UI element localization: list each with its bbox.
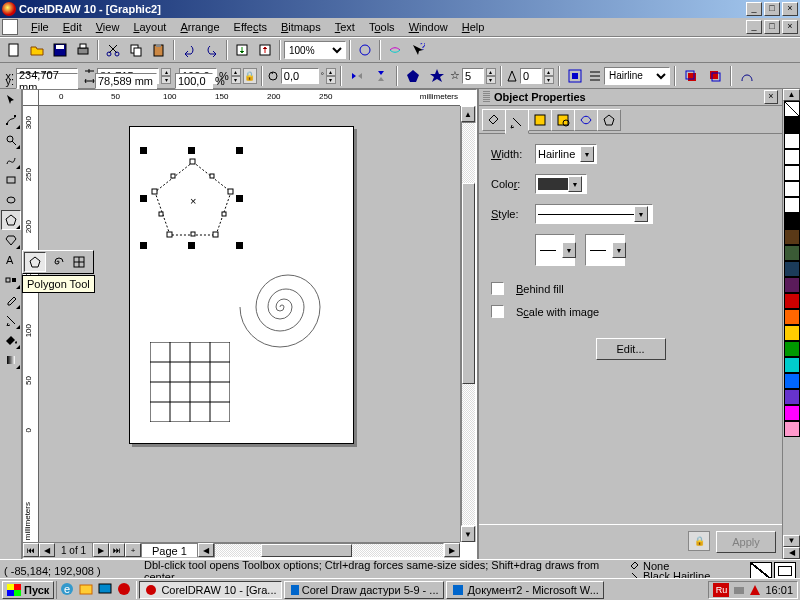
swatch[interactable] [784,405,800,421]
h-field[interactable]: 78,589 mm [95,73,157,89]
behind-fill-checkbox[interactable] [491,282,504,295]
swatch[interactable] [784,293,800,309]
swatch[interactable] [784,165,800,181]
palette-expand-button[interactable]: ◀ [783,547,800,559]
task-button[interactable]: Документ2 - Microsoft W... [446,581,604,599]
task-button[interactable]: CorelDRAW 10 - [Gra... [139,581,281,599]
swatch[interactable] [784,341,800,357]
flyout-polygon-button[interactable] [24,252,46,272]
flyout-spiral-button[interactable] [46,252,68,272]
tab-fill[interactable] [482,109,506,131]
tab-polygon[interactable] [597,109,621,131]
print-button[interactable] [72,39,94,61]
zoom-tool[interactable] [1,130,21,150]
menu-file[interactable]: File [24,19,56,35]
pick-tool[interactable] [1,90,21,110]
to-back-button[interactable] [704,65,726,87]
menu-effects[interactable]: Effects [227,19,274,35]
freehand-tool[interactable] [1,150,21,170]
import-button[interactable] [231,39,253,61]
undo-button[interactable] [178,39,200,61]
lock-aspect-button[interactable]: 🔒 [243,68,257,84]
first-page-button[interactable]: ⏮ [23,543,39,557]
save-button[interactable] [49,39,71,61]
lang-indicator[interactable]: Ru [713,583,729,597]
add-page-button[interactable]: + [125,543,141,557]
edit-button[interactable]: Edit... [596,338,666,360]
panel-grip[interactable] [483,91,490,103]
swatch[interactable] [784,197,800,213]
pentagon-shape[interactable]: × [148,157,238,242]
menu-view[interactable]: View [89,19,127,35]
new-button[interactable] [3,39,25,61]
to-front-button[interactable] [680,65,702,87]
canvas[interactable]: × [39,106,460,542]
selection-handle[interactable] [188,147,195,154]
swatch[interactable] [784,213,800,229]
menu-layout[interactable]: Layout [126,19,173,35]
points-field[interactable]: 5 [462,68,484,84]
menu-tools[interactable]: Tools [362,19,402,35]
tab-internet[interactable] [574,109,598,131]
swatch[interactable] [784,261,800,277]
close-button[interactable]: × [782,2,798,16]
basic-shapes-tool[interactable] [1,230,21,250]
interactive-blend-tool[interactable] [1,270,21,290]
prev-page-button[interactable]: ◀ [39,543,55,557]
apply-button[interactable]: Apply [716,531,776,553]
status-fill-swatch[interactable] [750,562,772,580]
menu-arrange[interactable]: Arrange [173,19,226,35]
swatch[interactable] [784,149,800,165]
status-outline-swatch[interactable] [774,562,796,580]
export-button[interactable] [254,39,276,61]
rectangle-tool[interactable] [1,170,21,190]
scale-with-image-checkbox[interactable] [491,305,504,318]
sharp-spinner[interactable]: ▴▾ [544,68,554,84]
ql-desktop-icon[interactable] [97,581,115,599]
corel-online-button[interactable] [384,39,406,61]
menu-window[interactable]: Window [402,19,455,35]
style-select[interactable]: ▼ [535,204,653,224]
copy-button[interactable] [125,39,147,61]
shape-tool[interactable] [1,110,21,130]
start-arrow-select[interactable]: ▼ [535,234,575,266]
selection-handle[interactable] [236,147,243,154]
palette-down-button[interactable]: ▼ [783,535,800,547]
swatch[interactable] [784,373,800,389]
outline-width-select[interactable]: Hairline [604,67,670,85]
text-tool[interactable]: A [1,250,21,270]
menu-help[interactable]: Help [455,19,492,35]
sharpness-field[interactable]: 0 [520,68,542,84]
selection-handle[interactable] [140,147,147,154]
start-button[interactable]: Пуск [2,581,54,599]
cut-button[interactable] [102,39,124,61]
flyout-graph-button[interactable] [68,252,90,272]
open-button[interactable] [26,39,48,61]
width-select[interactable]: Hairline▼ [535,144,597,164]
rot-spinner[interactable]: ▴▾ [326,68,336,84]
polygon-type-button[interactable] [402,65,424,87]
scroll-left-button[interactable]: ◀ [198,543,214,557]
selection-handle[interactable] [140,242,147,249]
swatch[interactable] [784,357,800,373]
ql-ie-icon[interactable]: e [59,581,77,599]
menu-edit[interactable]: Edit [56,19,89,35]
redo-button[interactable] [201,39,223,61]
panel-close-button[interactable]: × [764,90,778,104]
maximize-button[interactable]: □ [764,2,780,16]
minimize-button[interactable]: _ [746,2,762,16]
next-page-button[interactable]: ▶ [93,543,109,557]
y-field[interactable]: 234,707 mm [16,73,78,89]
scroll-up-button[interactable]: ▲ [461,106,475,122]
whatsthis-button[interactable]: ? [407,39,429,61]
ruler-origin[interactable] [23,90,39,106]
selection-handle[interactable] [188,242,195,249]
selection-handle[interactable] [140,195,147,202]
swatch[interactable] [784,277,800,293]
doc-close-button[interactable]: × [782,20,798,34]
palette-up-button[interactable]: ▲ [783,89,800,101]
wrap-button[interactable] [564,65,586,87]
swatch[interactable] [784,117,800,133]
mirror-h-button[interactable] [346,65,368,87]
end-arrow-select[interactable]: ▼ [585,234,625,266]
